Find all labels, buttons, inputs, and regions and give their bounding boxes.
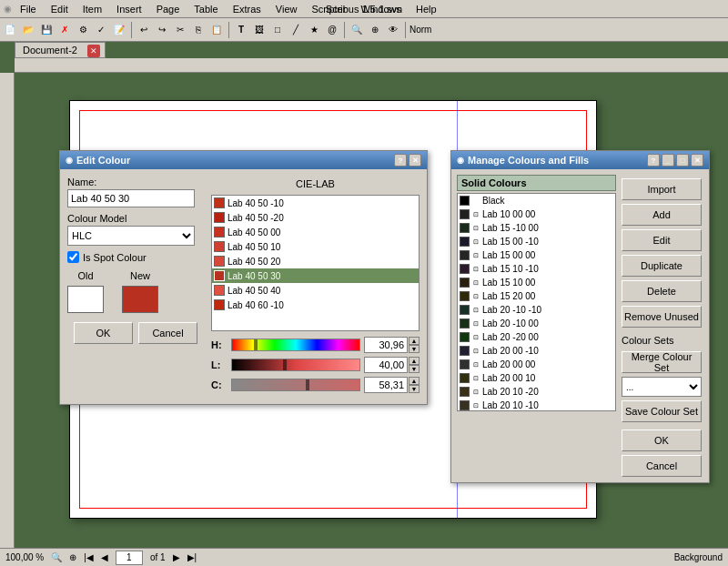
manage-colours-close-button[interactable]: ✕ xyxy=(691,154,703,167)
toolbar-open[interactable]: 📂 xyxy=(20,22,36,38)
statusbar-nav-next2[interactable]: ▶| xyxy=(187,552,197,562)
toolbar-shape[interactable]: □ xyxy=(269,22,286,38)
manage-cancel-button[interactable]: Cancel xyxy=(622,455,702,477)
is-spot-checkbox[interactable] xyxy=(67,251,79,263)
toolbar-undo[interactable]: ↩ xyxy=(136,22,152,38)
menu-item[interactable]: Item xyxy=(80,4,105,15)
toolbar-script[interactable]: 📝 xyxy=(111,22,127,38)
document-close-button[interactable]: ✕ xyxy=(87,45,100,57)
manage-ok-button[interactable]: OK xyxy=(622,430,702,451)
document-tab[interactable]: Document-2 ✕ xyxy=(15,42,106,58)
duplicate-button[interactable]: Duplicate xyxy=(622,255,702,277)
l-spinner-down[interactable]: ▼ xyxy=(409,365,420,373)
colour-item-7[interactable]: Lab 40 60 -10 xyxy=(212,298,419,312)
colour-item-5[interactable]: Lab 40 50 30 xyxy=(212,268,419,283)
manage-item-13[interactable]: ⊡ Lab 20 00 10 xyxy=(458,371,615,385)
edit-colour-close-button[interactable]: ✕ xyxy=(409,154,421,167)
menu-page[interactable]: Page xyxy=(154,4,183,15)
name-input[interactable] xyxy=(67,189,195,207)
edit-colour-help-button[interactable]: ? xyxy=(394,154,407,167)
manage-item-2[interactable]: ⊡ Lab 15 -10 00 xyxy=(458,221,615,235)
c-slider-thumb[interactable] xyxy=(306,379,309,390)
delete-button[interactable]: Delete xyxy=(622,280,702,302)
toolbar-zoom[interactable]: 🔍 xyxy=(349,22,365,38)
toolbar-copy[interactable]: ⎘ xyxy=(190,22,207,38)
manage-item-10[interactable]: ⊡ Lab 20 -20 00 xyxy=(458,330,615,344)
edit-colour-ok-button[interactable]: OK xyxy=(74,322,133,344)
edit-colour-cancel-button[interactable]: Cancel xyxy=(138,322,197,344)
statusbar-zoom-out[interactable]: 🔍 xyxy=(51,552,62,562)
manage-colours-help-button[interactable]: ? xyxy=(647,154,660,167)
manage-item-7[interactable]: ⊡ Lab 15 20 00 xyxy=(458,289,615,303)
manage-item-4[interactable]: ⊡ Lab 15 00 00 xyxy=(458,248,615,262)
toolbar-check[interactable]: ✓ xyxy=(93,22,109,38)
toolbar-image[interactable]: 🖼 xyxy=(251,22,268,38)
toolbar-new[interactable]: 📄 xyxy=(2,22,18,38)
colour-list-panel[interactable]: Lab 40 50 -10 Lab 40 50 -20 Lab 40 50 00… xyxy=(211,195,420,331)
c-slider-track[interactable] xyxy=(231,379,360,391)
manage-item-1[interactable]: ⊡ Lab 10 00 00 xyxy=(458,207,615,221)
toolbar-text[interactable]: T xyxy=(233,22,249,38)
colour-item-2[interactable]: Lab 40 50 00 xyxy=(212,225,419,239)
solid-colours-header[interactable]: Solid Colours xyxy=(457,175,616,191)
manage-item-8[interactable]: ⊡ Lab 20 -10 -10 xyxy=(458,303,615,317)
menu-file[interactable]: File xyxy=(17,4,39,15)
toolbar-star[interactable]: ★ xyxy=(306,22,322,38)
toolbar-eye[interactable]: 👁 xyxy=(385,22,401,38)
manage-item-14[interactable]: ⊡ Lab 20 10 -20 xyxy=(458,385,615,399)
manage-item-11[interactable]: ⊡ Lab 20 00 -10 xyxy=(458,344,615,358)
manage-item-12[interactable]: ⊡ Lab 20 00 00 xyxy=(458,358,615,371)
manage-colours-min-button[interactable]: _ xyxy=(662,154,674,167)
manage-item-9[interactable]: ⊡ Lab 20 -10 00 xyxy=(458,317,615,330)
l-spinner-up[interactable]: ▲ xyxy=(409,357,420,365)
toolbar-save[interactable]: 💾 xyxy=(38,22,55,38)
manage-item-black[interactable]: Black xyxy=(458,194,615,207)
manage-item-5[interactable]: ⊡ Lab 15 10 -10 xyxy=(458,262,615,276)
h-slider-track[interactable] xyxy=(231,339,360,351)
c-spinner-down[interactable]: ▼ xyxy=(409,385,420,393)
menu-insert[interactable]: Insert xyxy=(114,4,145,15)
statusbar-nav-next[interactable]: ▶ xyxy=(173,552,180,562)
toolbar-close[interactable]: ✗ xyxy=(56,22,73,38)
add-button[interactable]: Add xyxy=(622,204,702,226)
manage-colour-list[interactable]: Black ⊡ Lab 10 00 00 ⊡ Lab 15 -10 00 ⊡ L… xyxy=(457,193,616,411)
toolbar-spiral[interactable]: @ xyxy=(324,22,340,38)
manage-item-3[interactable]: ⊡ Lab 15 00 -10 xyxy=(458,235,615,248)
colour-model-select[interactable]: HLC RGB CMYK xyxy=(67,226,195,246)
manage-item-15[interactable]: ⊡ Lab 20 10 -10 xyxy=(458,399,615,411)
colour-item-6[interactable]: Lab 40 50 40 xyxy=(212,283,419,298)
h-slider-thumb[interactable] xyxy=(254,339,258,350)
c-spinner-up[interactable]: ▲ xyxy=(409,377,420,385)
h-spinner-down[interactable]: ▼ xyxy=(409,345,420,353)
manage-colours-max-button[interactable]: □ xyxy=(676,154,689,167)
edit-button[interactable]: Edit xyxy=(622,229,702,251)
remove-unused-button[interactable]: Remove Unused xyxy=(622,306,702,328)
l-slider-track[interactable] xyxy=(231,359,360,371)
menu-help[interactable]: Help xyxy=(413,4,440,15)
colour-item-4[interactable]: Lab 40 50 20 xyxy=(212,254,419,268)
merge-colour-set-button[interactable]: Merge Colour Set xyxy=(622,351,702,373)
statusbar-zoom-in[interactable]: ⊕ xyxy=(69,552,76,562)
statusbar-page-input[interactable] xyxy=(116,551,143,565)
statusbar-nav-prev[interactable]: ◀ xyxy=(101,552,108,562)
toolbar-cut[interactable]: ✂ xyxy=(172,22,188,38)
statusbar-nav-prev2[interactable]: |◀ xyxy=(84,552,94,562)
toolbar-paste[interactable]: 📋 xyxy=(208,22,225,38)
menu-view[interactable]: View xyxy=(273,4,300,15)
colour-item-0[interactable]: Lab 40 50 -10 xyxy=(212,196,419,210)
colour-item-1[interactable]: Lab 40 50 -20 xyxy=(212,210,419,225)
toolbar-settings[interactable]: ⚙ xyxy=(75,22,91,38)
save-colour-set-button[interactable]: Save Colour Set xyxy=(622,400,702,422)
h-spinner-up[interactable]: ▲ xyxy=(409,337,420,345)
import-button[interactable]: Import xyxy=(622,178,702,200)
manage-item-6[interactable]: ⊡ Lab 15 10 00 xyxy=(458,276,615,289)
l-slider-thumb[interactable] xyxy=(283,359,287,370)
colour-sets-select[interactable]: ... xyxy=(622,377,702,397)
colour-item-3[interactable]: Lab 40 50 10 xyxy=(212,239,419,254)
toolbar-redo[interactable]: ↪ xyxy=(154,22,170,38)
toolbar-line[interactable]: ╱ xyxy=(288,22,304,38)
menu-extras[interactable]: Extras xyxy=(230,4,264,15)
toolbar-zoomin[interactable]: ⊕ xyxy=(367,22,383,38)
menu-edit[interactable]: Edit xyxy=(48,4,71,15)
menu-table[interactable]: Table xyxy=(191,4,220,15)
